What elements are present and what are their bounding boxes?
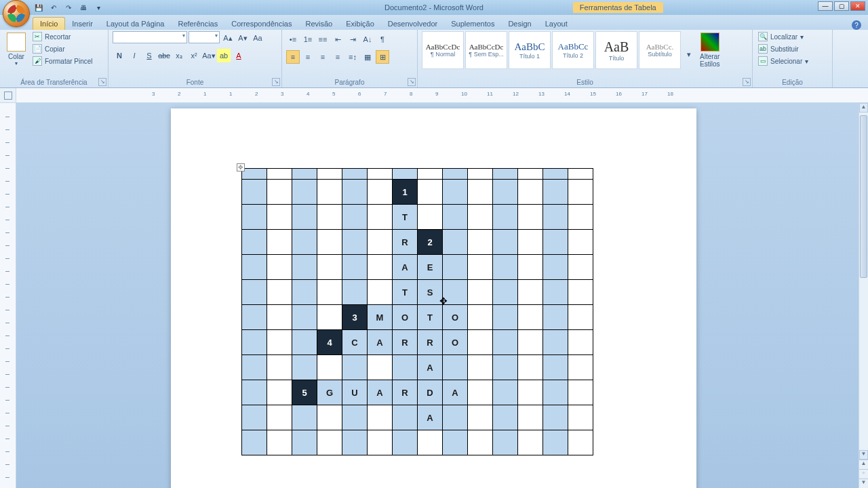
cell-r6-c4[interactable]: 3 bbox=[342, 305, 368, 330]
cell-r2-c10[interactable] bbox=[493, 205, 518, 230]
cell-r8-c9[interactable] bbox=[468, 355, 493, 380]
cell-r8-c5[interactable] bbox=[368, 355, 393, 380]
cell-r0-c11[interactable] bbox=[518, 169, 543, 180]
cell-r11-c0[interactable] bbox=[242, 430, 267, 455]
cell-r6-c3[interactable] bbox=[317, 305, 342, 330]
cell-r11-c2[interactable] bbox=[292, 430, 317, 455]
cell-r1-c0[interactable] bbox=[242, 180, 267, 205]
cell-r9-c10[interactable] bbox=[493, 380, 518, 405]
numbering-button[interactable]: 1≡ bbox=[301, 33, 315, 46]
subscript-button[interactable]: x₂ bbox=[172, 49, 186, 62]
cell-r1-c8[interactable] bbox=[443, 180, 468, 205]
cell-r11-c7[interactable] bbox=[418, 430, 443, 455]
cell-r4-c3[interactable] bbox=[317, 255, 342, 280]
tab-correspond-ncias[interactable]: Correspondências bbox=[224, 18, 298, 30]
table-move-handle[interactable]: ✥ bbox=[237, 163, 245, 171]
cell-r5-c13[interactable] bbox=[568, 280, 593, 305]
cell-r5-c9[interactable] bbox=[468, 280, 493, 305]
cell-r3-c4[interactable] bbox=[342, 230, 368, 255]
grow-font-button[interactable]: A▴ bbox=[221, 31, 235, 45]
cell-r5-c1[interactable] bbox=[267, 280, 292, 305]
cell-r7-c0[interactable] bbox=[242, 330, 267, 355]
cell-r7-c2[interactable] bbox=[292, 330, 317, 355]
cell-r0-c0[interactable] bbox=[242, 169, 267, 180]
show-marks-button[interactable]: ¶ bbox=[376, 33, 389, 46]
underline-button[interactable]: S bbox=[142, 49, 156, 62]
paste-button[interactable]: Colar ▾ bbox=[4, 31, 28, 78]
cell-r8-c8[interactable] bbox=[443, 355, 468, 380]
cell-r5-c10[interactable] bbox=[493, 280, 518, 305]
bold-button[interactable]: N bbox=[113, 49, 126, 62]
cell-r4-c10[interactable] bbox=[493, 255, 518, 280]
cell-r4-c2[interactable] bbox=[292, 255, 317, 280]
cell-r8-c13[interactable] bbox=[568, 355, 593, 380]
cell-r7-c3[interactable]: 4 bbox=[317, 330, 342, 355]
align-left-button[interactable]: ≡ bbox=[286, 50, 300, 64]
cell-r4-c6[interactable]: A bbox=[393, 255, 418, 280]
select-button[interactable]: ▭Selecionar ▾ bbox=[757, 56, 810, 66]
cell-r11-c9[interactable] bbox=[468, 430, 493, 455]
cell-r7-c1[interactable] bbox=[267, 330, 292, 355]
cell-r5-c12[interactable] bbox=[543, 280, 568, 305]
cell-r4-c7[interactable]: E bbox=[418, 255, 443, 280]
justify-button[interactable]: ≡ bbox=[331, 50, 344, 64]
cell-r6-c1[interactable] bbox=[267, 305, 292, 330]
cell-r2-c13[interactable] bbox=[568, 205, 593, 230]
cell-r3-c11[interactable] bbox=[518, 230, 543, 255]
tab-refer-ncias[interactable]: Referências bbox=[172, 18, 225, 30]
multilevel-button[interactable]: ≡≡ bbox=[316, 33, 330, 46]
cell-r7-c4[interactable]: C bbox=[342, 330, 368, 355]
cell-r2-c7[interactable] bbox=[418, 205, 443, 230]
vertical-scrollbar[interactable]: ▲ ▼ ▲ ◦ ▼ bbox=[859, 103, 868, 488]
cell-r2-c9[interactable] bbox=[468, 205, 493, 230]
tab-desenvolvedor[interactable]: Desenvolvedor bbox=[381, 18, 444, 30]
italic-button[interactable]: I bbox=[127, 49, 141, 62]
tab-design[interactable]: Design bbox=[501, 18, 538, 30]
font-color-button[interactable]: A bbox=[232, 49, 245, 62]
cell-r0-c12[interactable] bbox=[543, 169, 568, 180]
cell-r9-c3[interactable]: G bbox=[317, 380, 342, 405]
cell-r0-c5[interactable] bbox=[368, 169, 393, 180]
cell-r2-c11[interactable] bbox=[518, 205, 543, 230]
paragraph-launcher[interactable]: ↘ bbox=[408, 78, 416, 86]
cell-r5-c6[interactable]: T bbox=[393, 280, 418, 305]
cell-r2-c0[interactable] bbox=[242, 205, 267, 230]
cell-r7-c8[interactable]: O bbox=[443, 330, 468, 355]
cell-r1-c7[interactable] bbox=[418, 180, 443, 205]
cell-r4-c13[interactable] bbox=[568, 255, 593, 280]
cell-r3-c10[interactable] bbox=[493, 230, 518, 255]
cell-r7-c11[interactable] bbox=[518, 330, 543, 355]
cell-r0-c6[interactable] bbox=[393, 169, 418, 180]
font-size-combo[interactable] bbox=[189, 31, 220, 43]
cell-r2-c5[interactable] bbox=[368, 205, 393, 230]
align-center-button[interactable]: ≡ bbox=[301, 50, 315, 64]
cell-r5-c8[interactable] bbox=[443, 280, 468, 305]
cell-r8-c4[interactable] bbox=[342, 355, 368, 380]
shrink-font-button[interactable]: A▾ bbox=[236, 31, 250, 45]
cell-r11-c3[interactable] bbox=[317, 430, 342, 455]
sort-button[interactable]: A↓ bbox=[361, 33, 374, 46]
cell-r1-c1[interactable] bbox=[267, 180, 292, 205]
cell-r3-c9[interactable] bbox=[468, 230, 493, 255]
tab-layout-da-p-gina[interactable]: Layout da Página bbox=[100, 18, 172, 30]
cell-r0-c3[interactable] bbox=[317, 169, 342, 180]
cell-r9-c5[interactable]: A bbox=[368, 380, 393, 405]
cell-r9-c1[interactable] bbox=[267, 380, 292, 405]
cell-r2-c8[interactable] bbox=[443, 205, 468, 230]
cell-r7-c5[interactable]: A bbox=[368, 330, 393, 355]
cell-r10-c10[interactable] bbox=[493, 405, 518, 430]
cell-r6-c6[interactable]: O bbox=[393, 305, 418, 330]
align-right-button[interactable]: ≡ bbox=[316, 50, 330, 64]
cell-r10-c4[interactable] bbox=[342, 405, 368, 430]
cell-r10-c5[interactable] bbox=[368, 405, 393, 430]
redo-icon[interactable]: ↷ bbox=[64, 3, 73, 12]
tab-inserir[interactable]: Inserir bbox=[65, 18, 100, 30]
close-button[interactable]: ✕ bbox=[850, 1, 865, 11]
cell-r5-c3[interactable] bbox=[317, 280, 342, 305]
cell-r8-c12[interactable] bbox=[543, 355, 568, 380]
cell-r0-c7[interactable] bbox=[418, 169, 443, 180]
cell-r10-c8[interactable] bbox=[443, 405, 468, 430]
cell-r4-c12[interactable] bbox=[543, 255, 568, 280]
cell-r5-c4[interactable] bbox=[342, 280, 368, 305]
cell-r0-c9[interactable] bbox=[468, 169, 493, 180]
